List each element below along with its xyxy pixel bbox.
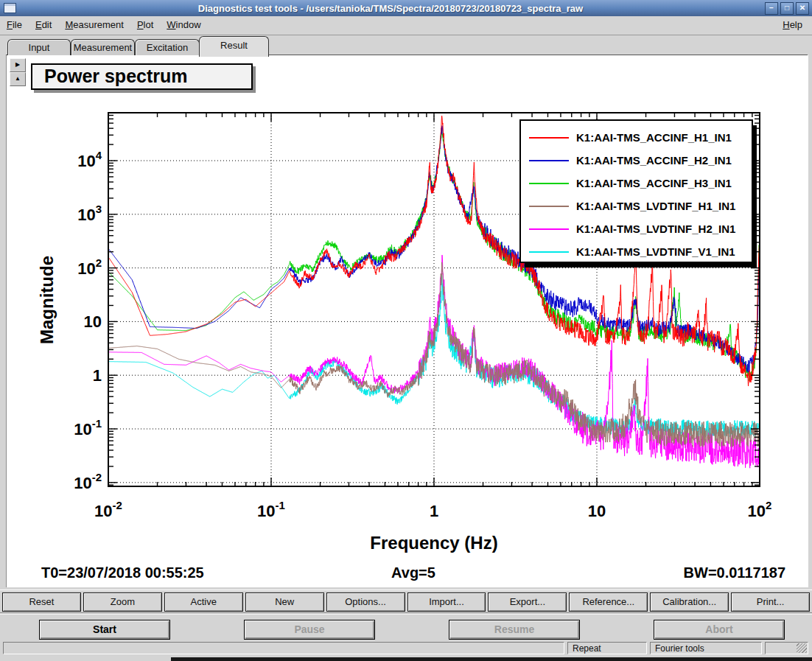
calibration-button[interactable]: Calibration... bbox=[650, 592, 729, 612]
abort-button: Abort bbox=[654, 620, 785, 640]
active-button[interactable]: Active bbox=[164, 592, 243, 612]
plot-legend: K1:AAI-TMS_ACCINF_H1_IN1K1:AAI-TMS_ACCIN… bbox=[520, 120, 757, 267]
svg-text:10: 10 bbox=[84, 312, 102, 331]
svg-text:104: 104 bbox=[77, 149, 102, 170]
tab-measurement[interactable]: Measurement bbox=[71, 39, 135, 55]
tab-input[interactable]: Input bbox=[7, 39, 71, 55]
menu-bar: FileEditMeasurementPlotWindow Help bbox=[0, 16, 812, 35]
svg-text:1: 1 bbox=[93, 366, 102, 385]
tab-result[interactable]: Result bbox=[199, 36, 269, 57]
legend-entry: K1:AAI-TMS_ACCINF_H1_IN1 bbox=[576, 131, 732, 144]
resume-button: Resume bbox=[449, 620, 580, 640]
svg-text:1: 1 bbox=[430, 502, 438, 520]
pause-button: Pause bbox=[244, 620, 375, 640]
legend-entry: K1:AAI-TMS_LVDTINF_H1_IN1 bbox=[576, 200, 735, 212]
bw-value: BW=0.0117187 bbox=[684, 564, 785, 581]
measurement-info-row: T0=23/07/2018 00:55:25 Avg=5 BW=0.011718… bbox=[41, 564, 785, 584]
import-button[interactable]: Import... bbox=[407, 592, 486, 612]
diagnostics-test-tools-window: { "window": { "title": "Diagnostics test… bbox=[0, 0, 812, 661]
scroll-up-arrow-button[interactable]: ▲ bbox=[10, 72, 26, 86]
power-spectrum-plot: 10-210-111010210-210-1110102103104Freque… bbox=[6, 87, 808, 587]
svg-text:103: 103 bbox=[77, 203, 102, 224]
statusbar-cell-repeat: Repeat bbox=[567, 642, 647, 654]
legend-entry: K1:AAI-TMS_LVDTINF_V1_IN1 bbox=[576, 245, 735, 258]
legend-entry: K1:AAI-TMS_LVDTINF_H2_IN1 bbox=[576, 223, 735, 235]
export-button[interactable]: Export... bbox=[488, 592, 567, 612]
menu-item-help[interactable]: Help bbox=[776, 16, 809, 34]
new-button[interactable]: New bbox=[245, 592, 324, 612]
control-button-row: StartPauseResumeAbort bbox=[0, 614, 812, 641]
print-button[interactable]: Print... bbox=[731, 592, 810, 612]
title-bar[interactable]: Diagnostics test tools - /users/tanioka/… bbox=[0, 0, 812, 16]
minimize-button[interactable]: − bbox=[765, 2, 778, 15]
legend-entry: K1:AAI-TMS_ACCINF_H3_IN1 bbox=[576, 177, 732, 189]
window-bottom-edge bbox=[0, 657, 812, 661]
svg-text:102: 102 bbox=[748, 499, 772, 520]
svg-text:10-1: 10-1 bbox=[257, 499, 285, 520]
toolbar: ResetZoomActiveNewOptions...Import...Exp… bbox=[0, 590, 812, 613]
svg-text:10-2: 10-2 bbox=[74, 471, 102, 492]
y-axis-label: Magnitude bbox=[37, 256, 57, 344]
plot-title: Power spectrum bbox=[31, 63, 253, 90]
menu-item-measurement[interactable]: Measurement bbox=[58, 16, 130, 34]
statusbar-cell-empty-3 bbox=[765, 642, 808, 654]
avg-value: Avg=5 bbox=[41, 564, 785, 581]
options-button[interactable]: Options... bbox=[326, 592, 405, 612]
window-title: Diagnostics test tools - /users/tanioka/… bbox=[16, 3, 765, 14]
svg-text:10: 10 bbox=[588, 502, 606, 520]
window-menu-icon[interactable] bbox=[4, 3, 16, 13]
resize-grip[interactable] bbox=[797, 643, 807, 653]
maximize-button[interactable]: □ bbox=[780, 2, 794, 15]
statusbar-cell-fourier-tools: Fourier tools bbox=[650, 642, 762, 654]
legend-entry: K1:AAI-TMS_ACCINF_H2_IN1 bbox=[576, 154, 732, 167]
menu-items: FileEditMeasurementPlotWindow bbox=[0, 19, 208, 30]
status-bar: RepeatFourier tools bbox=[0, 640, 812, 657]
svg-text:102: 102 bbox=[77, 256, 102, 278]
start-button[interactable]: Start bbox=[39, 620, 170, 640]
menu-item-window[interactable]: Window bbox=[160, 16, 207, 34]
menu-item-file[interactable]: File bbox=[0, 16, 29, 34]
menu-item-edit[interactable]: Edit bbox=[29, 16, 58, 34]
svg-text:10-2: 10-2 bbox=[94, 499, 122, 520]
reset-button[interactable]: Reset bbox=[2, 592, 81, 612]
scroll-right-arrow-button[interactable]: ▶ bbox=[10, 58, 26, 72]
statusbar-cell-empty-0 bbox=[3, 642, 564, 654]
zoom-button[interactable]: Zoom bbox=[83, 592, 162, 612]
reference-button[interactable]: Reference... bbox=[569, 592, 648, 612]
tab-bar: InputMeasurementExcitationResult bbox=[0, 35, 812, 55]
close-button[interactable]: ✕ bbox=[796, 2, 809, 15]
x-axis-label: Frequency (Hz) bbox=[370, 533, 497, 553]
svg-text:10-1: 10-1 bbox=[74, 417, 102, 438]
tab-excitation[interactable]: Excitation bbox=[135, 39, 200, 55]
menu-item-plot[interactable]: Plot bbox=[130, 16, 160, 34]
